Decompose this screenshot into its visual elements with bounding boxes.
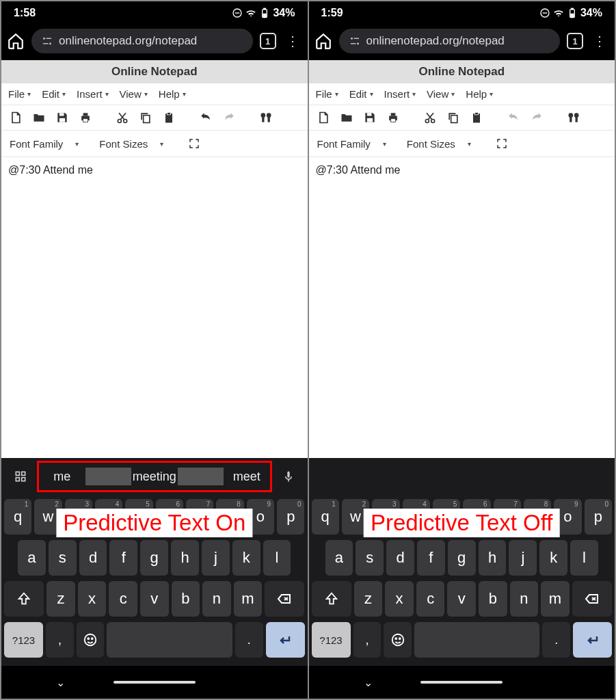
redo-icon[interactable] bbox=[529, 110, 544, 125]
editor-textarea[interactable]: @7:30 Attend me bbox=[1, 157, 308, 458]
key-l[interactable]: l bbox=[263, 540, 291, 576]
key-p[interactable]: p0 bbox=[277, 499, 304, 535]
key-f[interactable]: f bbox=[417, 540, 445, 576]
emoji-key[interactable] bbox=[77, 622, 105, 658]
find-icon[interactable] bbox=[566, 110, 581, 125]
period-key[interactable]: . bbox=[235, 622, 263, 658]
save-icon[interactable] bbox=[362, 110, 377, 125]
suggestion-1[interactable]: me bbox=[39, 466, 85, 488]
menu-view[interactable]: View bbox=[120, 88, 148, 100]
menu-help[interactable]: Help bbox=[466, 88, 493, 100]
key-f[interactable]: f bbox=[109, 540, 137, 576]
space-key[interactable] bbox=[414, 622, 539, 658]
new-doc-icon[interactable] bbox=[316, 110, 331, 125]
menu-dots-icon[interactable]: ⋮ bbox=[590, 33, 609, 49]
cut-icon[interactable] bbox=[115, 110, 130, 125]
chevron-down-icon[interactable]: ⌄ bbox=[56, 676, 65, 689]
font-size-select[interactable]: Font Sizes bbox=[407, 138, 471, 150]
backspace-key[interactable] bbox=[265, 581, 304, 617]
redo-icon[interactable] bbox=[222, 110, 237, 125]
shift-key[interactable] bbox=[312, 581, 351, 617]
key-n[interactable]: n bbox=[202, 581, 231, 617]
undo-icon[interactable] bbox=[198, 110, 213, 125]
tabs-button[interactable]: 1 bbox=[567, 33, 583, 49]
menu-insert[interactable]: Insert bbox=[77, 88, 109, 100]
font-size-select[interactable]: Font Sizes bbox=[99, 138, 163, 150]
backspace-key[interactable] bbox=[572, 581, 612, 617]
key-q[interactable]: q1 bbox=[312, 499, 339, 535]
menu-edit[interactable]: Edit bbox=[349, 88, 373, 100]
key-z[interactable]: z bbox=[354, 581, 383, 617]
key-q[interactable]: q1 bbox=[4, 499, 31, 535]
key-k[interactable]: k bbox=[232, 540, 260, 576]
shift-key[interactable] bbox=[4, 581, 44, 617]
home-icon[interactable] bbox=[7, 32, 25, 50]
key-d[interactable]: d bbox=[79, 540, 107, 576]
url-bar[interactable]: onlinenotepad.org/notepad bbox=[31, 29, 253, 53]
key-m[interactable]: m bbox=[541, 581, 570, 617]
key-z[interactable]: z bbox=[46, 581, 75, 617]
key-j[interactable]: j bbox=[202, 540, 230, 576]
comma-key[interactable]: , bbox=[46, 622, 74, 658]
key-h[interactable]: h bbox=[479, 540, 507, 576]
key-n[interactable]: n bbox=[510, 581, 539, 617]
nav-handle[interactable] bbox=[113, 681, 196, 684]
key-b[interactable]: b bbox=[479, 581, 507, 617]
comma-key[interactable]: , bbox=[353, 622, 381, 658]
copy-icon[interactable] bbox=[446, 110, 461, 125]
key-p[interactable]: p0 bbox=[585, 499, 612, 535]
key-s[interactable]: s bbox=[49, 540, 77, 576]
key-x[interactable]: x bbox=[78, 581, 107, 617]
menu-dots-icon[interactable]: ⋮ bbox=[283, 33, 302, 49]
menu-file[interactable]: File bbox=[316, 88, 338, 100]
save-icon[interactable] bbox=[55, 110, 70, 125]
open-icon[interactable] bbox=[31, 110, 46, 125]
print-icon[interactable] bbox=[78, 110, 93, 125]
find-icon[interactable] bbox=[258, 110, 273, 125]
url-bar[interactable]: onlinenotepad.org/notepad bbox=[339, 29, 561, 53]
new-doc-icon[interactable] bbox=[8, 110, 23, 125]
key-b[interactable]: b bbox=[172, 581, 200, 617]
open-icon[interactable] bbox=[339, 110, 354, 125]
font-family-select[interactable]: Font Family bbox=[10, 138, 79, 150]
symbols-key[interactable]: ?123 bbox=[4, 622, 43, 658]
suggestion-3[interactable]: meet bbox=[224, 466, 270, 488]
menu-insert[interactable]: Insert bbox=[384, 88, 416, 100]
key-s[interactable]: s bbox=[356, 540, 384, 576]
print-icon[interactable] bbox=[386, 110, 401, 125]
key-a[interactable]: a bbox=[325, 540, 353, 576]
menu-help[interactable]: Help bbox=[159, 88, 186, 100]
font-family-select[interactable]: Font Family bbox=[317, 138, 386, 150]
fullscreen-icon[interactable] bbox=[187, 136, 202, 151]
undo-icon[interactable] bbox=[506, 110, 521, 125]
key-j[interactable]: j bbox=[509, 540, 537, 576]
key-c[interactable]: c bbox=[416, 581, 445, 617]
editor-textarea[interactable]: @7:30 Attend me bbox=[309, 157, 615, 458]
key-g[interactable]: g bbox=[140, 540, 168, 576]
emoji-key[interactable] bbox=[384, 622, 412, 658]
tabs-button[interactable]: 1 bbox=[260, 33, 276, 49]
paste-icon[interactable] bbox=[161, 110, 176, 125]
mic-icon[interactable] bbox=[273, 470, 304, 483]
key-a[interactable]: a bbox=[18, 540, 46, 576]
key-g[interactable]: g bbox=[448, 540, 476, 576]
nav-handle[interactable] bbox=[420, 681, 503, 684]
suggestion-2[interactable]: meeting bbox=[131, 466, 178, 488]
space-key[interactable] bbox=[107, 622, 232, 658]
cut-icon[interactable] bbox=[423, 110, 438, 125]
key-h[interactable]: h bbox=[171, 540, 199, 576]
symbols-key[interactable]: ?123 bbox=[312, 622, 351, 658]
key-l[interactable]: l bbox=[570, 540, 598, 576]
copy-icon[interactable] bbox=[138, 110, 153, 125]
key-x[interactable]: x bbox=[385, 581, 414, 617]
key-c[interactable]: c bbox=[109, 581, 137, 617]
key-k[interactable]: k bbox=[539, 540, 567, 576]
grid-icon[interactable] bbox=[5, 470, 36, 483]
key-d[interactable]: d bbox=[386, 540, 414, 576]
enter-key[interactable] bbox=[573, 622, 612, 658]
chevron-down-icon[interactable]: ⌄ bbox=[364, 676, 373, 689]
home-icon[interactable] bbox=[314, 32, 332, 50]
menu-edit[interactable]: Edit bbox=[42, 88, 66, 100]
fullscreen-icon[interactable] bbox=[494, 136, 509, 151]
menu-file[interactable]: File bbox=[8, 88, 31, 100]
